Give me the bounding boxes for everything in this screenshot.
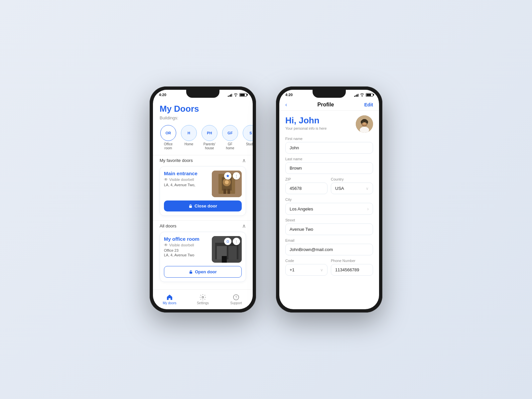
my-doors-title: My Doors bbox=[160, 104, 246, 114]
profile-header: Hi, John Your personal info is here bbox=[279, 111, 379, 135]
wifi-icon-2 bbox=[360, 92, 364, 97]
svg-point-6 bbox=[225, 180, 229, 184]
nav-support[interactable]: ? Support bbox=[219, 290, 253, 309]
office-room-type: Visible doorbell bbox=[169, 243, 194, 247]
svg-point-16 bbox=[202, 297, 204, 298]
last-name-label: Last name bbox=[285, 157, 373, 161]
street-group: Street Avenue Two bbox=[285, 218, 373, 235]
building-item-ph[interactable]: PH Parents'house bbox=[201, 125, 218, 150]
code-select[interactable]: +1 ∨ bbox=[285, 264, 328, 276]
svg-point-27 bbox=[365, 122, 366, 123]
back-button[interactable]: ‹ bbox=[285, 102, 287, 108]
building-label-gf: GFhome bbox=[226, 142, 234, 150]
favorite-section-header: My favorite doors ∧ bbox=[153, 155, 253, 166]
open-door-button[interactable]: Open door bbox=[164, 266, 242, 278]
zip-label: ZIP bbox=[285, 177, 328, 181]
profile-subtitle: Your personal info is here bbox=[285, 126, 327, 130]
svg-text:?: ? bbox=[235, 296, 237, 299]
street-label: Street bbox=[285, 218, 373, 222]
building-item-or[interactable]: OR Officeroom bbox=[160, 125, 177, 150]
nav-support-label: Support bbox=[230, 301, 242, 305]
favorite-star-1[interactable] bbox=[224, 172, 231, 180]
building-label-or: Officeroom bbox=[164, 142, 173, 150]
email-input[interactable]: JohnBrown@mail.com bbox=[285, 244, 373, 255]
settings-icon bbox=[200, 294, 206, 301]
email-label: Email bbox=[285, 238, 373, 242]
building-label-ph: Parents'house bbox=[203, 142, 215, 150]
buildings-label: Buildings: bbox=[160, 115, 246, 120]
status-bar-2: 4:20 bbox=[279, 90, 379, 100]
last-name-group: Last name Brown bbox=[285, 157, 373, 174]
code-group: Code +1 ∨ bbox=[285, 259, 328, 276]
wifi-icon bbox=[233, 92, 238, 97]
svg-rect-3 bbox=[223, 189, 226, 194]
edit-button[interactable]: Edit bbox=[364, 102, 373, 107]
home-icon bbox=[166, 294, 173, 301]
profile-form: First name John Last name Brown ZIP bbox=[279, 135, 379, 280]
avatar-image bbox=[356, 115, 373, 133]
phone1-header: My Doors Buildings: bbox=[153, 100, 253, 122]
building-item-s[interactable]: S Studio bbox=[242, 125, 253, 150]
zip-input[interactable]: 45678 bbox=[285, 183, 328, 194]
country-label: Country bbox=[331, 177, 373, 181]
country-group: Country USA ∨ bbox=[331, 177, 373, 194]
first-name-input[interactable]: John bbox=[285, 142, 373, 154]
main-entrance-image: ⋮ bbox=[212, 171, 242, 197]
building-label-s: Studio bbox=[246, 142, 253, 146]
office-room-name: My office room bbox=[164, 236, 208, 242]
phone-label: Phone Number bbox=[331, 259, 373, 263]
email-group: Email JohnBrown@mail.com bbox=[285, 238, 373, 255]
city-group: City Los Angeles › bbox=[285, 198, 373, 215]
country-select[interactable]: USA ∨ bbox=[331, 183, 373, 194]
lock-icon bbox=[189, 204, 193, 208]
more-menu-2[interactable]: ⋮ bbox=[233, 238, 240, 245]
building-item-gf[interactable]: GF GFhome bbox=[221, 125, 239, 150]
collapse-icon-favorite[interactable]: ∧ bbox=[242, 157, 246, 164]
city-input[interactable]: Los Angeles › bbox=[285, 203, 373, 215]
building-circle-or[interactable]: OR bbox=[160, 125, 176, 141]
more-menu-1[interactable]: ⋮ bbox=[233, 172, 240, 180]
phone-input[interactable]: 1134566789 bbox=[331, 264, 373, 276]
building-circle-h[interactable]: H bbox=[181, 125, 197, 141]
office-room-address2: LA, 4, Avenue Two bbox=[164, 253, 208, 257]
nav-my-doors-label: My doors bbox=[163, 301, 176, 305]
svg-point-26 bbox=[363, 122, 364, 123]
status-time-2: 4:20 bbox=[285, 93, 293, 97]
greeting-text: Hi, John bbox=[285, 115, 327, 126]
phone2-content: Hi, John Your personal info is here bbox=[279, 111, 379, 309]
battery-icon bbox=[239, 93, 247, 97]
collapse-icon-all[interactable]: ∧ bbox=[242, 223, 246, 229]
phone-row: Code +1 ∨ Phone Number 1134566789 bbox=[285, 259, 373, 279]
lock-open-icon bbox=[189, 270, 193, 274]
svg-rect-4 bbox=[227, 189, 230, 194]
building-label-h: Home bbox=[185, 142, 194, 146]
main-entrance-name: Main entrance bbox=[164, 171, 208, 176]
last-name-input[interactable]: Brown bbox=[285, 162, 373, 174]
eye-icon-1: 👁 bbox=[164, 177, 168, 182]
all-doors-section-title: All doors bbox=[160, 223, 177, 228]
favorite-star-2[interactable] bbox=[224, 238, 231, 245]
office-room-image: ⋮ bbox=[212, 236, 242, 263]
phone1-content: My Doors Buildings: OR Officeroom H Home… bbox=[153, 100, 253, 309]
signal-icon-2 bbox=[354, 93, 358, 97]
office-room-card: My office room 👁 Visible doorbell Office… bbox=[160, 232, 246, 282]
building-circle-ph[interactable]: PH bbox=[201, 125, 217, 141]
profile-title: Profile bbox=[318, 102, 334, 108]
status-time-1: 4:20 bbox=[159, 93, 166, 97]
phone-1: 4:20 bbox=[150, 86, 256, 313]
building-circle-gf[interactable]: GF bbox=[222, 125, 238, 141]
bottom-nav: My doors Settings ? Support bbox=[153, 289, 253, 309]
eye-icon-2: 👁 bbox=[164, 243, 168, 247]
nav-my-doors[interactable]: My doors bbox=[153, 290, 186, 309]
close-door-button[interactable]: Close door bbox=[164, 200, 242, 211]
street-input[interactable]: Avenue Two bbox=[285, 223, 373, 235]
building-item-h[interactable]: H Home bbox=[180, 125, 198, 150]
buildings-row: OR Officeroom H Home PH Parents'house GF… bbox=[153, 122, 253, 155]
chevron-down-country: ∨ bbox=[366, 186, 369, 191]
phone-2: 4:20 ‹ Profile bbox=[276, 86, 382, 313]
nav-settings[interactable]: Settings bbox=[186, 290, 219, 309]
phone-number-group: Phone Number 1134566789 bbox=[331, 259, 373, 276]
zip-country-row: ZIP 45678 Country USA ∨ bbox=[285, 177, 373, 198]
building-circle-s[interactable]: S bbox=[243, 125, 253, 141]
svg-rect-7 bbox=[189, 206, 192, 208]
